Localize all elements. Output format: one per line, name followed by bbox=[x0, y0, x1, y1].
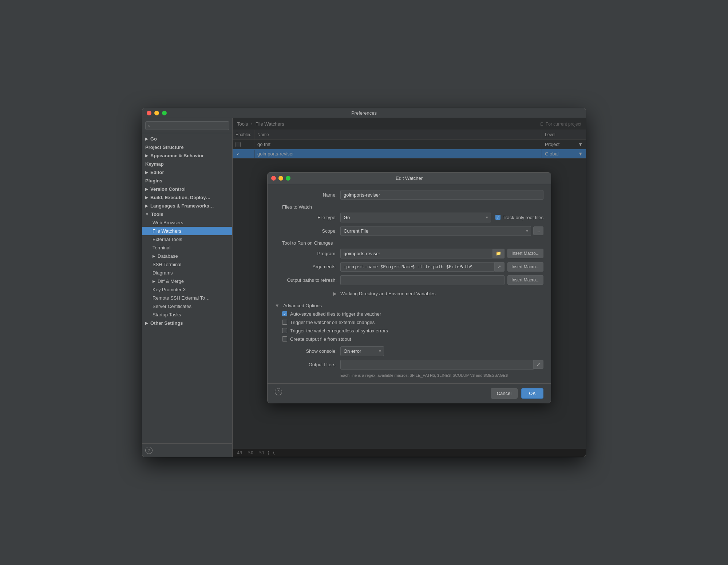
sidebar-item-appearance[interactable]: ▶ Appearance & Behavior bbox=[142, 151, 232, 160]
external-changes-checkbox[interactable] bbox=[282, 320, 287, 325]
program-label: Program: bbox=[275, 251, 340, 256]
program-input[interactable] bbox=[340, 249, 493, 258]
chevron-right-icon: ▶ bbox=[145, 137, 148, 141]
sidebar-item-version-control[interactable]: ▶ Version Control bbox=[142, 185, 232, 193]
sidebar-item-go[interactable]: ▶ Go bbox=[142, 135, 232, 143]
edit-watcher-modal: Edit Watcher Name: Files to Watch bbox=[267, 172, 551, 403]
show-console-select[interactable]: On error Always Never bbox=[340, 346, 384, 356]
sidebar-item-languages[interactable]: ▶ Languages & Frameworks… bbox=[142, 202, 232, 210]
sidebar-item-key-promoter[interactable]: Key Promoter X bbox=[142, 285, 232, 294]
scope-row: Scope: Current File ▼ ... bbox=[275, 226, 543, 236]
chevron-right-icon: ▶ bbox=[145, 204, 148, 208]
sidebar-item-terminal[interactable]: Terminal bbox=[142, 244, 232, 252]
chevron-down-icon: ▼ bbox=[275, 303, 280, 308]
chevron-right-icon: ▶ bbox=[145, 154, 148, 158]
working-dir-collapsible[interactable]: ▶ Working Directory and Environment Vari… bbox=[333, 289, 543, 299]
sidebar-item-external-tools[interactable]: External Tools bbox=[142, 235, 232, 244]
cancel-button[interactable]: Cancel bbox=[491, 388, 518, 399]
modal-traffic-lights bbox=[271, 176, 290, 181]
modal-overlay: Edit Watcher Name: Files to Watch bbox=[233, 118, 586, 457]
scope-select[interactable]: Current File bbox=[340, 226, 531, 236]
syntax-errors-checkbox[interactable] bbox=[282, 328, 287, 333]
track-only-checkbox[interactable] bbox=[495, 215, 500, 220]
sidebar-item-project-structure[interactable]: Project Structure bbox=[142, 143, 232, 151]
chevron-right-icon: ▶ bbox=[145, 170, 148, 174]
arguments-insert-macro-button[interactable]: Insert Macro... bbox=[507, 262, 543, 272]
modal-title: Edit Watcher bbox=[396, 175, 423, 181]
traffic-lights bbox=[147, 111, 167, 115]
track-only-label: Track only root files bbox=[503, 215, 543, 220]
main-panel: Tools › File Watchers 🗒 For current proj… bbox=[233, 118, 586, 457]
search-input[interactable] bbox=[145, 121, 229, 130]
sidebar-item-ssh-terminal[interactable]: SSH Terminal bbox=[142, 260, 232, 269]
sidebar-item-keymap[interactable]: Keymap bbox=[142, 160, 232, 168]
output-paths-input[interactable] bbox=[340, 275, 505, 285]
search-icon: ⌕ bbox=[147, 123, 150, 128]
auto-save-row: Auto-save edited files to trigger the wa… bbox=[282, 310, 543, 318]
sidebar-item-editor[interactable]: ▶ Editor bbox=[142, 168, 232, 177]
sidebar-item-server-certs[interactable]: Server Certificates bbox=[142, 302, 232, 311]
sidebar-item-database[interactable]: ▶ Database bbox=[142, 252, 232, 260]
program-row: Program: 📁 Insert Macro... bbox=[275, 249, 543, 258]
modal-maximize-button[interactable] bbox=[286, 176, 290, 181]
output-paths-label: Output paths to refresh: bbox=[275, 277, 340, 283]
sidebar-item-file-watchers[interactable]: File Watchers bbox=[142, 227, 232, 235]
arguments-input[interactable] bbox=[340, 262, 495, 272]
create-output-checkbox[interactable] bbox=[282, 336, 287, 341]
hint-text: Each line is a regex, available macros: … bbox=[340, 373, 543, 378]
title-bar: Preferences bbox=[142, 108, 586, 118]
program-folder-icon[interactable]: 📁 bbox=[493, 249, 505, 258]
sidebar-tree: ▶ Go Project Structure ▶ Appearance & Be… bbox=[142, 133, 232, 443]
sidebar: ⌕ ▶ Go Project Structure ▶ Appearance & … bbox=[142, 118, 233, 457]
modal-minimize-button[interactable] bbox=[278, 176, 283, 181]
modal-footer: ? Cancel OK bbox=[268, 383, 551, 403]
output-filters-expand-button[interactable]: ⤢ bbox=[534, 360, 543, 369]
output-filters-input[interactable] bbox=[340, 360, 534, 370]
chevron-right-icon: ▶ bbox=[145, 195, 148, 199]
output-filters-label: Output filters: bbox=[275, 362, 340, 367]
sidebar-item-tools[interactable]: ▼ Tools bbox=[142, 210, 232, 218]
chevron-right-icon: ▶ bbox=[153, 279, 155, 283]
program-insert-macro-button[interactable]: Insert Macro... bbox=[507, 249, 543, 258]
chevron-down-icon: ▼ bbox=[145, 212, 149, 216]
scope-label: Scope: bbox=[275, 228, 340, 234]
close-button[interactable] bbox=[147, 111, 151, 115]
files-to-watch-header: Files to Watch bbox=[282, 204, 543, 210]
sidebar-item-web-browsers[interactable]: Web Browsers bbox=[142, 218, 232, 227]
minimize-button[interactable] bbox=[154, 111, 159, 115]
sidebar-item-remote-ssh[interactable]: Remote SSH External To… bbox=[142, 294, 232, 302]
modal-title-bar: Edit Watcher bbox=[268, 173, 551, 184]
help-button[interactable]: ? bbox=[145, 447, 153, 454]
file-type-select[interactable]: Go bbox=[340, 213, 491, 222]
scope-dots-button[interactable]: ... bbox=[533, 226, 543, 235]
output-paths-row: Output paths to refresh: Insert Macro... bbox=[275, 275, 543, 285]
name-input[interactable] bbox=[340, 190, 543, 200]
advanced-options-header[interactable]: ▼ Advanced Options bbox=[275, 301, 543, 310]
tool-to-run-header: Tool to Run on Changes bbox=[282, 240, 543, 246]
search-box: ⌕ bbox=[142, 118, 232, 133]
sidebar-item-startup-tasks[interactable]: Startup Tasks bbox=[142, 311, 232, 319]
chevron-right-icon: ▶ bbox=[153, 254, 155, 258]
output-paths-insert-macro-button[interactable]: Insert Macro... bbox=[507, 275, 543, 285]
modal-close-button[interactable] bbox=[271, 176, 276, 181]
preferences-window: Preferences ⌕ ▶ Go Project Structure bbox=[142, 108, 586, 457]
sidebar-item-other-settings[interactable]: ▶ Other Settings bbox=[142, 319, 232, 327]
sidebar-bottom: ? bbox=[142, 443, 232, 457]
maximize-button[interactable] bbox=[162, 111, 167, 115]
sidebar-item-diagrams[interactable]: Diagrams bbox=[142, 269, 232, 277]
advanced-options-section: ▼ Advanced Options Auto-save edited file… bbox=[275, 301, 543, 378]
file-type-label: File type: bbox=[275, 215, 340, 220]
file-type-row: File type: Go ▼ Track bbox=[275, 213, 543, 222]
chevron-right-icon: ▶ bbox=[333, 291, 337, 296]
ok-button[interactable]: OK bbox=[521, 388, 543, 399]
sidebar-item-plugins[interactable]: Plugins bbox=[142, 177, 232, 185]
modal-body: Name: Files to Watch File type: Go bbox=[268, 184, 551, 383]
modal-help-button[interactable]: ? bbox=[275, 388, 282, 395]
show-console-row: Show console: On error Always Never ▼ bbox=[275, 346, 543, 356]
sidebar-item-build[interactable]: ▶ Build, Execution, Deploy… bbox=[142, 193, 232, 202]
arguments-expand-icon[interactable]: ⤢ bbox=[495, 262, 505, 272]
chevron-right-icon: ▶ bbox=[145, 187, 148, 191]
auto-save-checkbox[interactable] bbox=[282, 311, 287, 316]
arguments-row: Arguments: ⤢ Insert Macro... bbox=[275, 262, 543, 272]
sidebar-item-diff-merge[interactable]: ▶ Diff & Merge bbox=[142, 277, 232, 285]
